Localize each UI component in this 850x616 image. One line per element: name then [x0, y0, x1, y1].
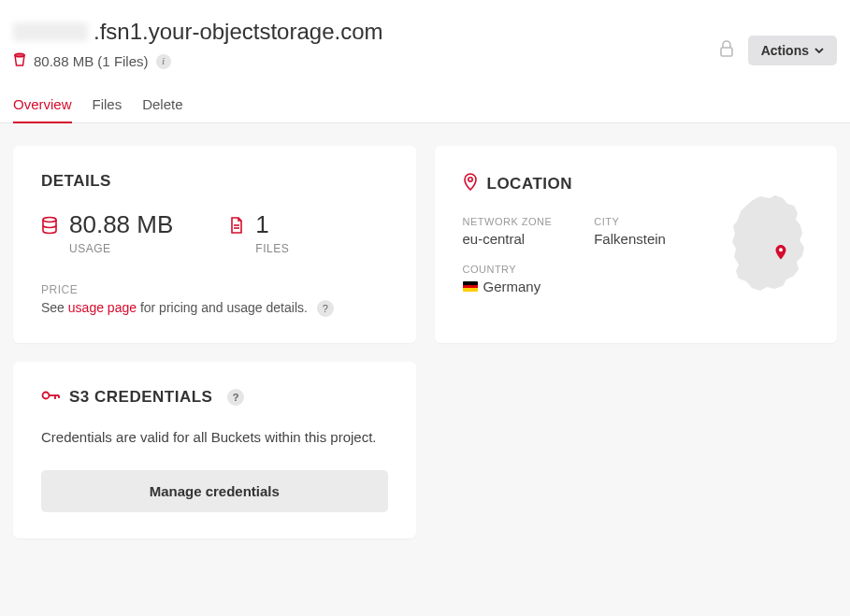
zone-label: NETWORK ZONE — [463, 216, 557, 227]
svg-point-5 — [468, 178, 471, 181]
details-title: DETAILS — [41, 172, 388, 191]
location-pin-icon — [463, 172, 478, 195]
credentials-card: S3 CREDENTIALS ? Credentials are valid f… — [13, 362, 416, 539]
page-header: .fsn1.your-objectstorage.com 80.88 MB (1… — [0, 0, 850, 123]
bucket-name-redacted — [13, 22, 88, 41]
credentials-title: S3 CREDENTIALS ? — [41, 388, 388, 407]
country-label: COUNTRY — [463, 264, 557, 275]
actions-button[interactable]: Actions — [748, 36, 837, 65]
bucket-icon — [13, 52, 26, 70]
details-card: DETAILS 80.88 MB USAGE 1 FILES — [13, 146, 416, 343]
tab-delete[interactable]: Delete — [142, 87, 182, 123]
help-icon[interactable]: ? — [317, 300, 334, 317]
tabs: Overview Files Delete — [13, 87, 837, 122]
credentials-description: Credentials are valid for all Buckets wi… — [41, 427, 388, 449]
price-label: PRICE — [41, 283, 388, 296]
tab-files[interactable]: Files — [93, 87, 122, 123]
database-icon — [41, 216, 58, 238]
files-stat: 1 FILES — [229, 211, 289, 255]
city-value: Falkenstein — [594, 231, 670, 247]
svg-point-2 — [43, 218, 56, 222]
chevron-down-icon — [814, 48, 824, 53]
usage-page-link[interactable]: usage page — [68, 300, 137, 315]
manage-credentials-button[interactable]: Manage credentials — [41, 470, 388, 512]
file-icon — [229, 216, 244, 238]
files-label: FILES — [255, 242, 289, 255]
tab-overview[interactable]: Overview — [13, 87, 72, 123]
usage-stat: 80.88 MB USAGE — [41, 211, 173, 255]
zone-value: eu-central — [463, 231, 557, 247]
city-label: CITY — [594, 216, 670, 227]
help-icon[interactable]: ? — [227, 389, 244, 406]
svg-rect-1 — [721, 48, 732, 56]
bucket-subinfo: 80.88 MB (1 Files) i — [13, 52, 718, 70]
svg-point-7 — [43, 392, 50, 398]
key-icon — [41, 388, 60, 407]
germany-map — [715, 193, 818, 314]
info-icon[interactable]: i — [156, 54, 171, 69]
lock-icon — [718, 39, 735, 62]
usage-label: USAGE — [69, 242, 173, 255]
germany-flag-icon — [463, 281, 478, 292]
country-value: Germany — [463, 279, 557, 294]
usage-value: 80.88 MB — [69, 211, 173, 238]
svg-point-6 — [779, 248, 783, 251]
location-card: LOCATION NETWORK ZONE eu-central CITY Fa… — [435, 146, 838, 343]
price-text: See usage page for pricing and usage det… — [41, 300, 388, 317]
bucket-title: .fsn1.your-objectstorage.com — [13, 19, 718, 45]
files-value: 1 — [255, 211, 289, 238]
